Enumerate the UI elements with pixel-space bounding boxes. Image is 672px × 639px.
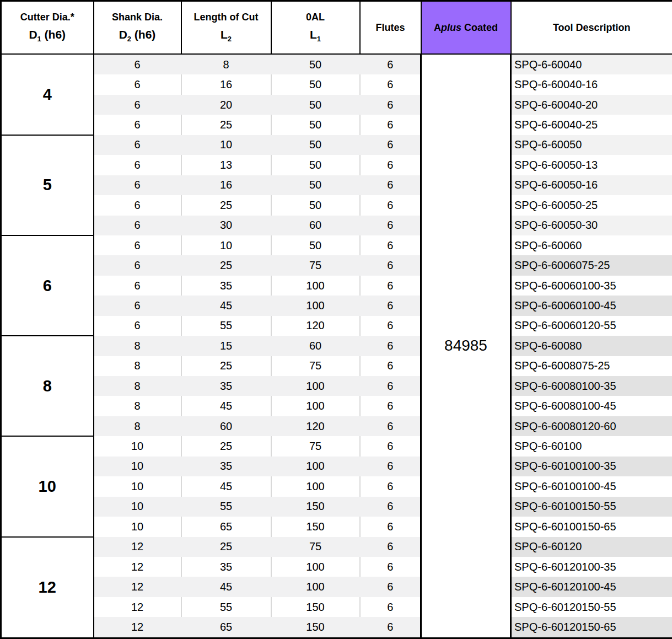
cell-oal: 150 [271, 497, 360, 517]
cell-length-of-cut: 55 [181, 597, 271, 617]
cell-length-of-cut: 55 [181, 497, 271, 517]
cell-cutter-dia: 4 [1, 54, 94, 135]
cell-oal: 50 [271, 155, 360, 175]
cell-shank-dia: 6 [94, 175, 181, 195]
cell-oal: 75 [271, 436, 360, 456]
cell-oal: 75 [271, 255, 360, 275]
cell-flutes: 6 [360, 517, 421, 536]
header-aplus-coated-title: Aplus Coated [422, 22, 510, 34]
cell-tool-description: SPQ-6-60040-20 [511, 95, 672, 115]
cell-length-of-cut: 35 [181, 557, 271, 577]
cell-flutes: 6 [360, 316, 421, 336]
cell-length-of-cut: 35 [181, 376, 271, 396]
table-row: 46850684985SPQ-6-60040 [1, 54, 672, 74]
cell-oal: 100 [271, 276, 360, 296]
cell-tool-description: SPQ-6-60040-16 [511, 74, 672, 94]
cell-flutes: 6 [360, 115, 421, 135]
cell-cutter-dia: 6 [1, 235, 94, 336]
table-row: 620506SPQ-6-60040-20 [1, 95, 672, 115]
cell-flutes: 6 [360, 195, 421, 215]
table-row: 8815606SPQ-6-60080 [1, 336, 672, 356]
cell-length-of-cut: 45 [181, 396, 271, 416]
cell-oal: 50 [271, 135, 360, 155]
cell-shank-dia: 8 [94, 356, 181, 376]
cell-tool-description: SPQ-6-60080100-45 [511, 396, 672, 416]
table-row: 8601206SPQ-6-60080120-60 [1, 416, 672, 436]
cell-oal: 100 [271, 296, 360, 315]
cell-tool-description: SPQ-6-60100 [511, 436, 672, 456]
cell-flutes: 6 [360, 135, 421, 155]
cell-oal: 100 [271, 577, 360, 597]
cell-shank-dia: 6 [94, 54, 181, 74]
cell-oal: 50 [271, 74, 360, 94]
cell-flutes: 6 [360, 95, 421, 115]
cell-length-of-cut: 25 [181, 115, 271, 135]
cell-oal: 75 [271, 356, 360, 376]
cell-shank-dia: 8 [94, 396, 181, 416]
cell-flutes: 6 [360, 436, 421, 456]
cell-oal: 100 [271, 396, 360, 416]
cell-length-of-cut: 20 [181, 95, 271, 115]
cell-flutes: 6 [360, 597, 421, 617]
cell-shank-dia: 10 [94, 517, 181, 536]
cell-length-of-cut: 25 [181, 356, 271, 376]
cell-oal: 120 [271, 316, 360, 336]
cell-oal: 50 [271, 235, 360, 255]
cell-oal: 100 [271, 557, 360, 577]
cell-length-of-cut: 35 [181, 457, 271, 476]
cell-shank-dia: 6 [94, 255, 181, 275]
cell-oal: 120 [271, 416, 360, 436]
cell-length-of-cut: 16 [181, 175, 271, 195]
header-oal-title: 0AL [272, 12, 359, 23]
table-row: 8451006SPQ-6-60080100-45 [1, 396, 672, 416]
table-row: 12551506SPQ-6-60120150-55 [1, 597, 672, 617]
header-tool-description-title: Tool Description [512, 22, 672, 34]
cell-shank-dia: 8 [94, 376, 181, 396]
header-shank-dia: Shank Dia. D2 (h6) [94, 1, 181, 55]
table-row: 10351006SPQ-6-60100100-35 [1, 457, 672, 476]
cell-shank-dia: 6 [94, 316, 181, 336]
cell-tool-description: SPQ-6-60060100-45 [511, 296, 672, 315]
cell-flutes: 6 [360, 476, 421, 496]
cell-shank-dia: 6 [94, 235, 181, 255]
cell-tool-description: SPQ-6-60080120-60 [511, 416, 672, 436]
table-row: 630606SPQ-6-60050-30 [1, 216, 672, 235]
cell-flutes: 6 [360, 497, 421, 517]
cell-flutes: 6 [360, 537, 421, 557]
cell-oal: 100 [271, 457, 360, 476]
cell-flutes: 6 [360, 557, 421, 577]
cell-length-of-cut: 25 [181, 537, 271, 557]
cell-shank-dia: 10 [94, 457, 181, 476]
cell-tool-description: SPQ-6-60120150-55 [511, 597, 672, 617]
cell-tool-description: SPQ-6-60040-25 [511, 115, 672, 135]
cell-length-of-cut: 35 [181, 276, 271, 296]
cell-shank-dia: 8 [94, 336, 181, 356]
table-row: 10551506SPQ-6-60100150-55 [1, 497, 672, 517]
cell-cutter-dia: 12 [1, 537, 94, 638]
cell-length-of-cut: 8 [181, 54, 271, 74]
cell-length-of-cut: 15 [181, 336, 271, 356]
cell-tool-description: SPQ-6-60120 [511, 537, 672, 557]
cell-length-of-cut: 65 [181, 617, 271, 638]
header-flutes-title: Flutes [361, 22, 421, 34]
cell-aplus-value: 84985 [421, 54, 511, 638]
cell-length-of-cut: 60 [181, 416, 271, 436]
cell-tool-description: SPQ-6-6008075-25 [511, 356, 672, 376]
cell-length-of-cut: 45 [181, 577, 271, 597]
cell-tool-description: SPQ-6-60050 [511, 135, 672, 155]
cell-flutes: 6 [360, 155, 421, 175]
table-row: 8351006SPQ-6-60080100-35 [1, 376, 672, 396]
cell-tool-description: SPQ-6-60100100-45 [511, 476, 672, 496]
table-body: 46850684985SPQ-6-60040616506SPQ-6-60040-… [1, 54, 672, 638]
cell-tool-description: SPQ-6-60120100-45 [511, 577, 672, 597]
cell-tool-description: SPQ-6-60060 [511, 235, 672, 255]
header-shank-dia-symbol: D2 (h6) [94, 28, 181, 43]
cell-shank-dia: 10 [94, 497, 181, 517]
cell-tool-description: SPQ-6-60100150-65 [511, 517, 672, 536]
table-row: 12351006SPQ-6-60120100-35 [1, 557, 672, 577]
cell-oal: 75 [271, 537, 360, 557]
cell-tool-description: SPQ-6-60050-13 [511, 155, 672, 175]
cell-flutes: 6 [360, 216, 421, 235]
header-length-of-cut-symbol: L2 [182, 28, 271, 43]
table-row: 6351006SPQ-6-60060100-35 [1, 276, 672, 296]
